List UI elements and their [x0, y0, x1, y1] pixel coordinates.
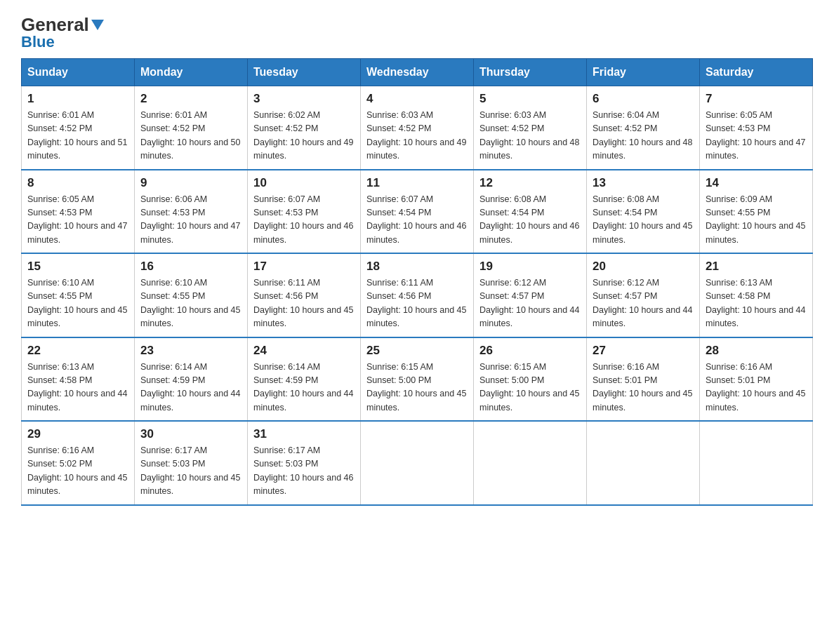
- weekday-header-tuesday: Tuesday: [248, 59, 361, 86]
- calendar-table: SundayMondayTuesdayWednesdayThursdayFrid…: [21, 58, 813, 506]
- day-number: 23: [140, 344, 241, 358]
- day-info: Sunrise: 6:07 AMSunset: 4:54 PMDaylight:…: [366, 193, 468, 248]
- calendar-cell: 3Sunrise: 6:02 AMSunset: 4:52 PMDaylight…: [248, 86, 361, 170]
- day-info: Sunrise: 6:12 AMSunset: 4:57 PMDaylight:…: [479, 276, 581, 331]
- day-number: 14: [706, 176, 807, 190]
- calendar-cell: 6Sunrise: 6:04 AMSunset: 4:52 PMDaylight…: [587, 86, 700, 170]
- day-info: Sunrise: 6:08 AMSunset: 4:54 PMDaylight:…: [479, 193, 581, 248]
- calendar-cell: 9Sunrise: 6:06 AMSunset: 4:53 PMDaylight…: [135, 170, 248, 254]
- day-number: 26: [479, 344, 581, 358]
- calendar-cell: 15Sunrise: 6:10 AMSunset: 4:55 PMDayligh…: [22, 253, 135, 337]
- page-header: General Blue: [21, 14, 813, 51]
- weekday-header-friday: Friday: [587, 59, 700, 86]
- day-info: Sunrise: 6:03 AMSunset: 4:52 PMDaylight:…: [479, 109, 581, 163]
- day-info: Sunrise: 6:01 AMSunset: 4:52 PMDaylight:…: [27, 109, 128, 163]
- logo-blue: Blue: [21, 33, 55, 51]
- day-info: Sunrise: 6:11 AMSunset: 4:56 PMDaylight:…: [366, 276, 468, 331]
- calendar-cell: 2Sunrise: 6:01 AMSunset: 4:52 PMDaylight…: [135, 86, 248, 170]
- calendar-cell: [700, 421, 813, 505]
- calendar-cell: 13Sunrise: 6:08 AMSunset: 4:54 PMDayligh…: [587, 170, 700, 254]
- day-info: Sunrise: 6:14 AMSunset: 4:59 PMDaylight:…: [140, 361, 241, 415]
- calendar-cell: 30Sunrise: 6:17 AMSunset: 5:03 PMDayligh…: [135, 421, 248, 505]
- day-info: Sunrise: 6:10 AMSunset: 4:55 PMDaylight:…: [140, 276, 241, 331]
- calendar-cell: 10Sunrise: 6:07 AMSunset: 4:53 PMDayligh…: [248, 170, 361, 254]
- day-info: Sunrise: 6:12 AMSunset: 4:57 PMDaylight:…: [593, 276, 694, 331]
- calendar-cell: 7Sunrise: 6:05 AMSunset: 4:53 PMDaylight…: [700, 86, 813, 170]
- calendar-cell: 25Sunrise: 6:15 AMSunset: 5:00 PMDayligh…: [361, 337, 474, 422]
- day-info: Sunrise: 6:08 AMSunset: 4:54 PMDaylight:…: [593, 193, 694, 248]
- day-number: 7: [706, 92, 807, 106]
- calendar-cell: 31Sunrise: 6:17 AMSunset: 5:03 PMDayligh…: [248, 421, 361, 505]
- logo: General Blue: [21, 14, 104, 51]
- calendar-cell: 24Sunrise: 6:14 AMSunset: 4:59 PMDayligh…: [248, 337, 361, 422]
- calendar-cell: 14Sunrise: 6:09 AMSunset: 4:55 PMDayligh…: [700, 170, 813, 254]
- day-info: Sunrise: 6:16 AMSunset: 5:02 PMDaylight:…: [27, 444, 128, 499]
- day-number: 27: [593, 344, 694, 358]
- day-info: Sunrise: 6:01 AMSunset: 4:52 PMDaylight:…: [140, 109, 241, 163]
- day-info: Sunrise: 6:05 AMSunset: 4:53 PMDaylight:…: [706, 109, 807, 163]
- day-info: Sunrise: 6:14 AMSunset: 4:59 PMDaylight:…: [253, 361, 355, 415]
- calendar-week-row: 22Sunrise: 6:13 AMSunset: 4:58 PMDayligh…: [22, 337, 813, 422]
- calendar-cell: 8Sunrise: 6:05 AMSunset: 4:53 PMDaylight…: [22, 170, 135, 254]
- day-number: 15: [27, 260, 128, 274]
- day-number: 16: [140, 260, 241, 274]
- day-info: Sunrise: 6:05 AMSunset: 4:53 PMDaylight:…: [27, 193, 128, 248]
- day-number: 30: [140, 427, 241, 441]
- calendar-cell: 21Sunrise: 6:13 AMSunset: 4:58 PMDayligh…: [700, 253, 813, 337]
- weekday-header-sunday: Sunday: [22, 59, 135, 86]
- weekday-header-monday: Monday: [135, 59, 248, 86]
- day-number: 31: [253, 427, 355, 441]
- day-info: Sunrise: 6:04 AMSunset: 4:52 PMDaylight:…: [593, 109, 694, 163]
- day-number: 25: [366, 344, 468, 358]
- day-info: Sunrise: 6:15 AMSunset: 5:00 PMDaylight:…: [479, 361, 581, 415]
- calendar-cell: 4Sunrise: 6:03 AMSunset: 4:52 PMDaylight…: [361, 86, 474, 170]
- calendar-cell: 11Sunrise: 6:07 AMSunset: 4:54 PMDayligh…: [361, 170, 474, 254]
- day-number: 2: [140, 92, 241, 106]
- day-number: 12: [479, 176, 581, 190]
- day-number: 21: [706, 260, 807, 274]
- day-number: 3: [253, 92, 355, 106]
- day-info: Sunrise: 6:03 AMSunset: 4:52 PMDaylight:…: [366, 109, 468, 163]
- calendar-cell: 22Sunrise: 6:13 AMSunset: 4:58 PMDayligh…: [22, 337, 135, 422]
- calendar-cell: [361, 421, 474, 505]
- calendar-week-row: 1Sunrise: 6:01 AMSunset: 4:52 PMDaylight…: [22, 86, 813, 170]
- day-number: 19: [479, 260, 581, 274]
- calendar-week-row: 29Sunrise: 6:16 AMSunset: 5:02 PMDayligh…: [22, 421, 813, 505]
- weekday-header-saturday: Saturday: [700, 59, 813, 86]
- calendar-cell: [587, 421, 700, 505]
- day-number: 8: [27, 176, 128, 190]
- day-number: 9: [140, 176, 241, 190]
- day-info: Sunrise: 6:13 AMSunset: 4:58 PMDaylight:…: [706, 276, 807, 331]
- calendar-cell: 12Sunrise: 6:08 AMSunset: 4:54 PMDayligh…: [474, 170, 587, 254]
- day-info: Sunrise: 6:02 AMSunset: 4:52 PMDaylight:…: [253, 109, 355, 163]
- calendar-cell: 26Sunrise: 6:15 AMSunset: 5:00 PMDayligh…: [474, 337, 587, 422]
- calendar-cell: 29Sunrise: 6:16 AMSunset: 5:02 PMDayligh…: [22, 421, 135, 505]
- calendar-cell: 1Sunrise: 6:01 AMSunset: 4:52 PMDaylight…: [22, 86, 135, 170]
- calendar-cell: 28Sunrise: 6:16 AMSunset: 5:01 PMDayligh…: [700, 337, 813, 422]
- calendar-cell: 5Sunrise: 6:03 AMSunset: 4:52 PMDaylight…: [474, 86, 587, 170]
- day-number: 10: [253, 176, 355, 190]
- day-info: Sunrise: 6:09 AMSunset: 4:55 PMDaylight:…: [706, 193, 807, 248]
- day-info: Sunrise: 6:17 AMSunset: 5:03 PMDaylight:…: [140, 444, 241, 499]
- calendar-week-row: 15Sunrise: 6:10 AMSunset: 4:55 PMDayligh…: [22, 253, 813, 337]
- calendar-cell: [474, 421, 587, 505]
- day-number: 6: [593, 92, 694, 106]
- weekday-header-wednesday: Wednesday: [361, 59, 474, 86]
- day-number: 24: [253, 344, 355, 358]
- weekday-header-row: SundayMondayTuesdayWednesdayThursdayFrid…: [22, 59, 813, 86]
- day-info: Sunrise: 6:06 AMSunset: 4:53 PMDaylight:…: [140, 193, 241, 248]
- day-number: 4: [366, 92, 468, 106]
- day-info: Sunrise: 6:10 AMSunset: 4:55 PMDaylight:…: [27, 276, 128, 331]
- day-number: 5: [479, 92, 581, 106]
- weekday-header-thursday: Thursday: [474, 59, 587, 86]
- day-number: 11: [366, 176, 468, 190]
- day-info: Sunrise: 6:15 AMSunset: 5:00 PMDaylight:…: [366, 361, 468, 415]
- day-number: 13: [593, 176, 694, 190]
- day-info: Sunrise: 6:16 AMSunset: 5:01 PMDaylight:…: [706, 361, 807, 415]
- day-number: 28: [706, 344, 807, 358]
- calendar-cell: 16Sunrise: 6:10 AMSunset: 4:55 PMDayligh…: [135, 253, 248, 337]
- day-number: 1: [27, 92, 128, 106]
- calendar-cell: 23Sunrise: 6:14 AMSunset: 4:59 PMDayligh…: [135, 337, 248, 422]
- day-info: Sunrise: 6:17 AMSunset: 5:03 PMDaylight:…: [253, 444, 355, 499]
- calendar-cell: 18Sunrise: 6:11 AMSunset: 4:56 PMDayligh…: [361, 253, 474, 337]
